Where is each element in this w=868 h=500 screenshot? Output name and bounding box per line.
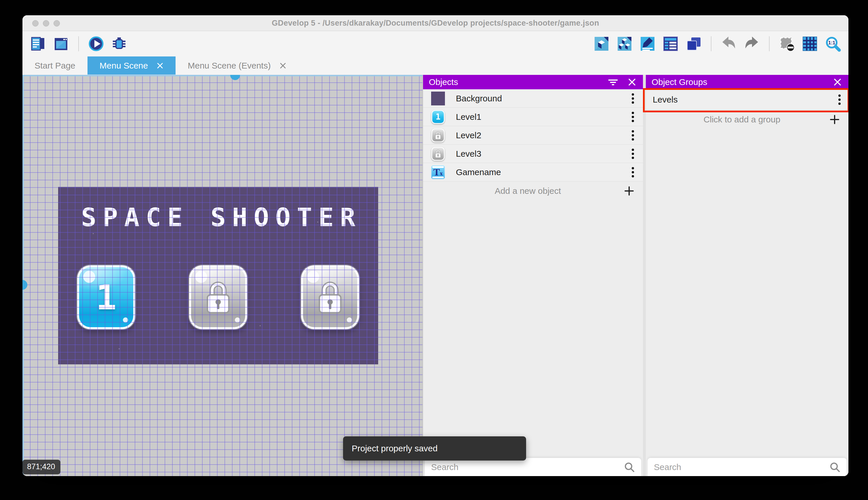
add-group-label[interactable]: Click to add a group (655, 115, 830, 124)
undo-icon[interactable] (721, 36, 737, 52)
main-area: SPACE SHOOTER 1 (22, 75, 848, 476)
horizontal-scrollbar-thumb[interactable] (230, 75, 240, 80)
groups-search-input[interactable] (654, 462, 830, 472)
toolbar-left-group (30, 36, 127, 52)
object-name: Background (456, 94, 631, 103)
tab-menu-scene[interactable]: Menu Scene (87, 56, 176, 75)
toolbar-divider (769, 36, 770, 51)
star-speck (317, 221, 318, 223)
objects-search-bar (425, 458, 641, 476)
close-tab-icon[interactable] (156, 62, 163, 69)
object-name: Level1 (456, 112, 631, 122)
toast-message: Project properly saved (352, 444, 437, 453)
filter-icon[interactable] (608, 77, 618, 87)
text-object-icon: Tx (431, 165, 445, 179)
star-speck (93, 233, 94, 234)
level1-button-icon: 1 (431, 110, 445, 124)
plus-icon[interactable] (624, 186, 634, 196)
kebab-menu-icon[interactable] (631, 111, 635, 123)
title-bar: GDevelop 5 - /Users/dkarakay/Documents/G… (22, 15, 848, 31)
grid-icon[interactable] (802, 36, 818, 52)
maximize-window-button[interactable] (54, 20, 60, 26)
kebab-menu-icon[interactable] (837, 93, 842, 106)
star-speck (179, 262, 180, 263)
objects-panel-header: Objects (423, 75, 643, 89)
project-manager-icon[interactable] (30, 36, 46, 52)
layers-icon[interactable] (685, 36, 702, 52)
redo-icon[interactable] (744, 36, 760, 52)
lock-icon (315, 280, 345, 315)
object-row-level1[interactable]: 1 Level1 (423, 108, 643, 126)
play-icon[interactable] (88, 36, 104, 52)
group-name: Levels (653, 95, 837, 104)
cursor-coordinates-badge: 871;420 (22, 460, 60, 474)
object-row-level2[interactable]: Level2 (423, 126, 643, 145)
search-icon[interactable] (830, 462, 840, 473)
vertical-scrollbar-track[interactable] (22, 75, 24, 476)
close-tab-icon[interactable] (280, 62, 286, 69)
locked-button-icon (431, 147, 445, 161)
minimize-window-button[interactable] (43, 20, 49, 26)
object-name: Gamename (456, 167, 631, 177)
tab-bar: Start Page Menu Scene Menu Scene (Events… (22, 56, 848, 75)
tab-label: Start Page (35, 61, 75, 70)
properties-icon[interactable] (640, 36, 656, 52)
object-groups-editor-icon[interactable] (617, 36, 633, 52)
close-panel-icon[interactable] (832, 77, 843, 87)
toolbar-divider (711, 36, 712, 51)
level1-number: 1 (96, 277, 117, 317)
zoom-icon[interactable]: 1:1 (825, 36, 841, 52)
add-object-label[interactable]: Add a new object (432, 186, 624, 196)
instances-list-icon[interactable] (662, 36, 679, 52)
groups-panel-header: Object Groups (646, 75, 848, 89)
object-name: Level3 (456, 149, 631, 159)
plus-icon[interactable] (830, 114, 840, 125)
groups-panel-title: Object Groups (652, 77, 824, 87)
scene-editor-canvas[interactable]: SPACE SHOOTER 1 (22, 75, 422, 476)
objects-editor-icon[interactable] (594, 36, 610, 52)
add-group-row[interactable]: Click to add a group (646, 110, 848, 129)
background-instance[interactable]: SPACE SHOOTER 1 (58, 187, 378, 364)
traffic-lights (32, 15, 60, 31)
object-groups-panel: Object Groups Levels Click to add a grou… (643, 75, 848, 476)
group-row-levels[interactable]: Levels (646, 89, 848, 110)
level3-instance[interactable] (301, 265, 359, 329)
main-toolbar: 1:1 (22, 31, 848, 56)
save-toast: Project properly saved (343, 436, 526, 461)
level1-instance[interactable]: 1 (77, 265, 135, 329)
objects-panel: Objects Background 1 (422, 75, 643, 476)
object-row-background[interactable]: Background (423, 89, 643, 108)
objects-search-input[interactable] (431, 462, 624, 472)
kebab-menu-icon[interactable] (631, 166, 635, 179)
tab-menu-scene-events[interactable]: Menu Scene (Events) (176, 56, 298, 75)
search-icon[interactable] (624, 462, 635, 473)
add-object-row[interactable]: Add a new object (423, 181, 643, 201)
locked-button-icon (431, 128, 445, 142)
window-title: GDevelop 5 - /Users/dkarakay/Documents/G… (22, 19, 848, 28)
kebab-menu-icon[interactable] (631, 129, 635, 142)
vertical-scrollbar-thumb[interactable] (22, 280, 27, 290)
gamename-instance[interactable]: SPACE SHOOTER (58, 203, 378, 232)
kebab-menu-icon[interactable] (631, 92, 635, 105)
level2-instance[interactable] (189, 265, 247, 329)
object-row-gamename[interactable]: Tx Gamename (423, 163, 643, 181)
debug-icon[interactable] (111, 36, 127, 52)
close-panel-icon[interactable] (627, 77, 637, 87)
horizontal-scrollbar-track[interactable] (22, 75, 422, 76)
close-window-button[interactable] (32, 20, 38, 26)
open-scene-icon[interactable] (53, 36, 69, 52)
tab-start-page[interactable]: Start Page (22, 56, 87, 75)
level-buttons-row: 1 (58, 265, 378, 329)
star-speck (119, 348, 120, 349)
object-row-level3[interactable]: Level3 (423, 145, 643, 163)
objects-panel-title: Objects (429, 77, 599, 87)
tab-label: Menu Scene (Events) (188, 61, 271, 70)
toolbar-right-group: 1:1 (594, 36, 841, 52)
mask-icon[interactable] (779, 36, 795, 52)
lock-icon (434, 131, 442, 140)
kebab-menu-icon[interactable] (631, 147, 635, 160)
lock-icon (203, 280, 233, 315)
toolbar-divider (78, 36, 79, 51)
background-swatch-icon (431, 92, 445, 105)
groups-search-bar (647, 458, 847, 476)
